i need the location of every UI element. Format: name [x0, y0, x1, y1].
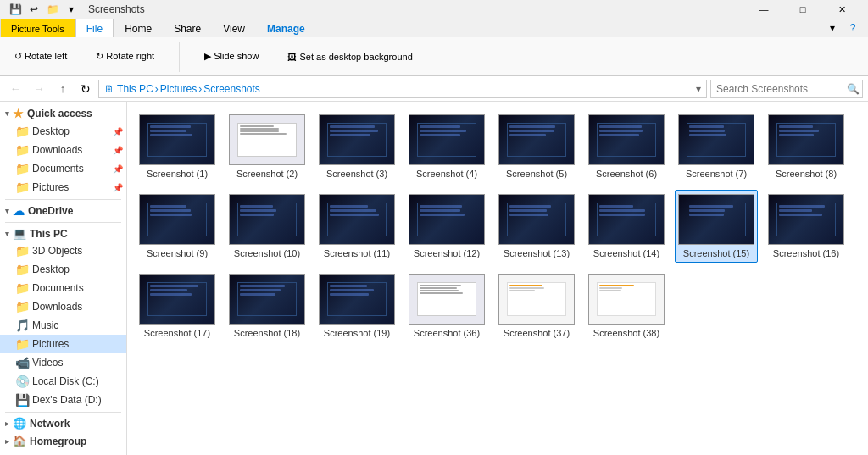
- help-btn[interactable]: ?: [844, 19, 861, 36]
- folder-icon: 📁: [15, 125, 29, 138]
- thumbnail-image: [498, 114, 575, 165]
- thumbnail-label: Screenshot (4): [416, 169, 477, 179]
- tab-file[interactable]: File: [75, 19, 114, 37]
- thumbnail-item-8[interactable]: Screenshot (8): [765, 110, 848, 183]
- homegroup-arrow: ▸: [5, 437, 9, 446]
- thumbnail-label: Screenshot (37): [504, 328, 570, 338]
- thumbnail-item-15[interactable]: Screenshot (15): [675, 190, 758, 263]
- thumbnail-item-6[interactable]: Screenshot (6): [585, 110, 668, 183]
- onedrive-header[interactable]: ▾ ☁ OneDrive: [0, 203, 126, 219]
- tab-home[interactable]: Home: [114, 19, 163, 37]
- thumbnail-image: [588, 274, 665, 325]
- thumbnail-label: Screenshot (2): [236, 169, 298, 179]
- path-pictures[interactable]: Pictures: [160, 83, 197, 95]
- sidebar-item-pictures[interactable]: 📁 Pictures: [0, 335, 126, 353]
- thumbnail-item-14[interactable]: Screenshot (14): [585, 190, 668, 263]
- search-bar[interactable]: 🔍: [710, 80, 863, 98]
- forward-button[interactable]: →: [29, 79, 49, 99]
- thumbnail-image: [229, 274, 305, 325]
- thumbnail-item-16[interactable]: Screenshot (16): [765, 190, 848, 263]
- folder-icon: 📁: [15, 300, 29, 314]
- quick-access-label: Quick access: [27, 108, 92, 119]
- close-button[interactable]: ✕: [822, 0, 861, 19]
- thumbnail-label: Screenshot (5): [506, 169, 567, 179]
- thumbnail-label: Screenshot (12): [414, 248, 480, 258]
- onedrive-label: OneDrive: [28, 205, 73, 217]
- ribbon-collapse-btn[interactable]: ▾: [824, 19, 841, 36]
- ribbon-rotate-left[interactable]: ↺ Rotate left: [7, 48, 75, 64]
- path-dropdown[interactable]: ▾: [696, 83, 701, 95]
- thumbnail-label: Screenshot (14): [593, 248, 659, 258]
- undo-qat-btn[interactable]: ↩: [25, 1, 42, 18]
- thumbnail-label: Screenshot (36): [414, 328, 480, 338]
- thumbnail-item-4[interactable]: Screenshot (4): [405, 110, 488, 183]
- homegroup-header[interactable]: ▸ 🏠 Homegroup: [0, 433, 126, 449]
- ribbon-set-background[interactable]: 🖼 Set as desktop background: [280, 49, 420, 64]
- thumbnail-item-10[interactable]: Screenshot (10): [225, 190, 309, 263]
- thumbnail-item-12[interactable]: Screenshot (12): [405, 190, 488, 263]
- title-bar: 💾 ↩ 📁 ▾ Screenshots — □ ✕: [0, 0, 868, 19]
- sidebar-item-desktop[interactable]: 📁 Desktop: [0, 260, 126, 279]
- path-this-pc[interactable]: 🗎 This PC: [104, 83, 153, 95]
- folder-icon: 📁: [15, 281, 29, 295]
- thumbnail-label: Screenshot (3): [326, 169, 387, 179]
- sidebar-item-pictures-qa[interactable]: 📁 Pictures 📌: [0, 178, 126, 197]
- search-input[interactable]: [716, 83, 843, 95]
- this-pc-header[interactable]: ▾ 💻 This PC: [0, 225, 126, 241]
- quick-access-toolbar[interactable]: 💾 ↩ 📁 ▾ Screenshots: [7, 0, 145, 19]
- this-pc-section: ▾ 💻 This PC 📁 3D Objects 📁 Desktop 📁 Doc…: [0, 225, 126, 409]
- sidebar-item-local-disk-c[interactable]: 💿 Local Disk (C:): [0, 372, 126, 391]
- sidebar-item-videos[interactable]: 📹 Videos: [0, 353, 126, 372]
- network-header[interactable]: ▸ 🌐 Network: [0, 415, 126, 431]
- thumbnail-item-13[interactable]: Screenshot (13): [495, 190, 578, 263]
- maximize-button[interactable]: □: [783, 0, 822, 19]
- ribbon-rotate-right[interactable]: ↻ Rotate right: [88, 48, 162, 64]
- refresh-button[interactable]: ↻: [76, 80, 95, 98]
- sidebar-item-downloads[interactable]: 📁 Downloads: [0, 297, 126, 316]
- tab-view[interactable]: View: [212, 19, 256, 37]
- thumbnail-image: [588, 114, 665, 165]
- pin-icon: 📌: [113, 127, 123, 136]
- thumbnail-item-5[interactable]: Screenshot (5): [495, 110, 578, 183]
- homegroup-section: ▸ 🏠 Homegroup: [0, 433, 126, 449]
- thumbnail-label: Screenshot (38): [593, 328, 659, 338]
- sidebar-item-3d-objects[interactable]: 📁 3D Objects: [0, 241, 126, 260]
- address-path[interactable]: 🗎 This PC › Pictures › Screenshots ▾: [98, 80, 707, 98]
- save-qat-btn[interactable]: 💾: [7, 1, 24, 18]
- tab-share[interactable]: Share: [163, 19, 212, 37]
- tab-manage[interactable]: Manage: [256, 19, 316, 37]
- sidebar-item-downloads-qa[interactable]: 📁 Downloads 📌: [0, 141, 126, 159]
- path-screenshots[interactable]: Screenshots: [203, 83, 260, 95]
- quick-access-header[interactable]: ▾ ★ Quick access: [0, 105, 126, 122]
- window-controls[interactable]: — □ ✕: [744, 0, 861, 19]
- thumbnail-item-11[interactable]: Screenshot (11): [315, 190, 398, 263]
- folder-qat-btn[interactable]: 📁: [44, 1, 61, 18]
- thumbnail-item-1[interactable]: Screenshot (1): [136, 110, 219, 183]
- thumbnail-item-18[interactable]: Screenshot (18): [225, 269, 309, 342]
- disk-d-icon: 💾: [15, 393, 29, 407]
- dropdown-qat-btn[interactable]: ▾: [63, 1, 80, 18]
- sidebar-item-dex-data-d[interactable]: 💾 Dex's Data (D:): [0, 391, 126, 409]
- sidebar-item-documents[interactable]: 📁 Documents: [0, 279, 126, 297]
- window-title: Screenshots: [88, 3, 145, 15]
- thumbnail-label: Screenshot (8): [776, 169, 837, 179]
- thumbnail-item-20[interactable]: Screenshot (36): [405, 269, 488, 342]
- thumbnail-item-2[interactable]: Screenshot (2): [225, 110, 309, 183]
- thumbnail-item-7[interactable]: Screenshot (7): [675, 110, 758, 183]
- thumbnail-item-21[interactable]: Screenshot (37): [495, 269, 578, 342]
- sidebar-item-documents-qa[interactable]: 📁 Documents 📌: [0, 159, 126, 178]
- sidebar-item-music[interactable]: 🎵 Music: [0, 316, 126, 335]
- thumbnail-label: Screenshot (10): [234, 248, 300, 258]
- thumbnail-image: [229, 114, 305, 165]
- minimize-button[interactable]: —: [744, 0, 783, 19]
- back-button[interactable]: ←: [5, 79, 25, 99]
- thumbnail-item-17[interactable]: Screenshot (17): [136, 269, 219, 342]
- up-button[interactable]: ↑: [53, 79, 73, 99]
- sidebar-item-desktop-qa[interactable]: 📁 Desktop 📌: [0, 122, 126, 141]
- thumbnail-item-3[interactable]: Screenshot (3): [315, 110, 398, 183]
- thumbnail-item-22[interactable]: Screenshot (38): [585, 269, 668, 342]
- ribbon-slideshow[interactable]: ▶ Slide show: [197, 48, 266, 64]
- thumbnail-image: [319, 274, 395, 325]
- thumbnail-item-19[interactable]: Screenshot (19): [315, 269, 398, 342]
- thumbnail-item-9[interactable]: Screenshot (9): [136, 190, 219, 263]
